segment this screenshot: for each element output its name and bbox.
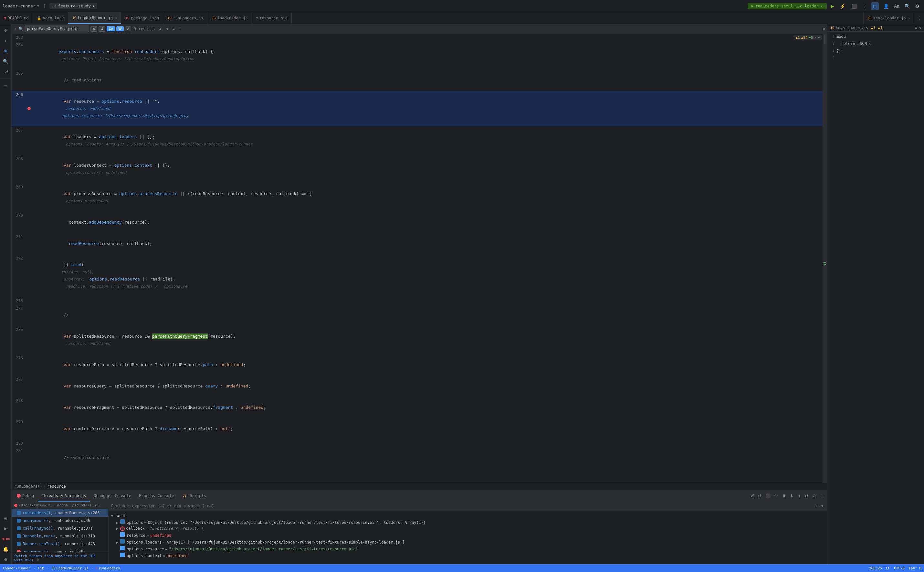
editor-scrollbar[interactable] [823, 34, 827, 483]
debug-tabs-bar: Debug Threads & Variables Debugger Conso… [12, 490, 827, 502]
more-run-options[interactable]: ⋮ [861, 2, 869, 10]
eval-add-button[interactable]: + [814, 503, 819, 509]
search-regex-button[interactable]: .* [125, 26, 131, 31]
mini-editor-caret-down[interactable]: ∨ [919, 25, 921, 30]
tab-loadloader[interactable]: JS loadLoader.js [207, 12, 252, 24]
settings-button[interactable]: ⚙ [913, 2, 921, 10]
eval-more-button[interactable]: ▾ [820, 503, 825, 509]
search-close-button[interactable]: ✕ [823, 26, 825, 31]
sidebar-icon-notification[interactable]: 🔔 [1, 544, 11, 554]
frame-item-2[interactable]: callFnAsync(), runnable.js:371 [12, 524, 108, 532]
debug-step-over-btn[interactable]: ↷ [773, 493, 780, 499]
tab-readme[interactable]: M README.md [0, 12, 33, 24]
frame-icon-3 [17, 534, 21, 538]
sidebar-icon-search[interactable]: 🔍 [1, 56, 11, 66]
filter-icon[interactable]: ⊻ [94, 503, 96, 507]
search-case-button[interactable]: Cc [107, 26, 115, 31]
code-line-270: 270 context.addDependency(resource); [12, 212, 827, 233]
code-line-271: 271 readResource(resource, callback); [12, 233, 827, 254]
mini-editor: JS keys-loader.js ▲1 ▲1 ∧ ∨ 1 modu 2 ret… [827, 24, 924, 564]
debug-content: /Users/fujunkui...mocha (pid 6937) ⊻ ▾ r… [12, 502, 827, 564]
debug-tab-threads[interactable]: Threads & Variables [38, 490, 90, 502]
debug-pause-btn[interactable]: ⏸ [780, 493, 788, 499]
search-word-button[interactable]: W [116, 26, 123, 31]
sidebar-icon-terminal[interactable]: npm [1, 534, 11, 544]
tab-resource[interactable]: ≡ resource.bin [252, 12, 292, 24]
tab-loaderrunner-close[interactable]: ✕ [115, 16, 117, 20]
tab-yarn[interactable]: 🔒 yarn.lock [33, 12, 68, 24]
frame-item-4[interactable]: Runner.runTest(), runner.js:443 [12, 540, 108, 548]
sidebar-icon-settings2[interactable]: ⚙ [1, 555, 11, 564]
sidebar-icon-more[interactable]: ⋯ [1, 81, 11, 90]
var-icon-options-resource [120, 546, 125, 550]
tab-keysloader[interactable]: JS keys-loader.js ✕ [863, 12, 914, 24]
var-icon-callback: ! [120, 527, 125, 531]
debug-icon [17, 494, 21, 498]
sidebar-icon-cursor[interactable]: ✛ [1, 25, 11, 35]
sidebar-icon-debug-console[interactable]: ◉ [1, 513, 11, 523]
run-config-selector[interactable]: ▶ runLoaders.shoul...c loader ▾ [748, 3, 827, 9]
debug-tab-debug[interactable]: Debug [13, 490, 38, 502]
frame-item-0[interactable]: runLoaders(), LoaderRunner.js:266 [12, 509, 108, 517]
sidebar-icon-structure[interactable]: ⊞ [1, 46, 11, 56]
loaderrunner-icon: JS [72, 16, 76, 20]
debug-settings-btn[interactable]: ⚙ [811, 493, 818, 499]
eval-input[interactable] [111, 504, 812, 508]
search-input[interactable] [25, 25, 89, 32]
coverage-button[interactable]: ⚡ [838, 2, 848, 10]
warning-badge: ▲1 ▲54 ▼5 ∧ ∨ [794, 35, 822, 40]
sidebar: ✛ › ⊞ 🔍 ⎇ ⋯ ◉ ▶ npm 🔔 ⚙ [0, 24, 12, 564]
frame-item-1[interactable]: anonymous(), runLoaders.js:46 [12, 517, 108, 524]
debug-panel: Debug Threads & Variables Debugger Conso… [12, 490, 827, 564]
sidebar-icon-chevron[interactable]: › [1, 36, 11, 45]
runloaders-icon: JS [167, 16, 171, 20]
project-name[interactable]: loader-runner ▾ [3, 3, 39, 8]
debug-stop-btn[interactable]: ⬛ [764, 493, 772, 499]
tabs-more-button[interactable]: ⋮ [914, 16, 924, 21]
var-options-expand[interactable]: ▶ [116, 521, 118, 524]
debug-resume2-btn[interactable]: ↺ [756, 493, 763, 499]
sidebar-icon-run[interactable]: ▶ [1, 524, 11, 533]
debug-button[interactable]: ⬛ [849, 2, 859, 10]
translate-button[interactable]: Aa [892, 2, 901, 10]
var-options: ▶ options = Object {resource: "/Users/fu… [111, 519, 825, 525]
account-button[interactable]: 👤 [881, 2, 891, 10]
global-search-button[interactable]: 🔍 [903, 2, 912, 10]
tab-package[interactable]: JS package.json [121, 12, 163, 24]
run-button[interactable]: ▶ [829, 2, 836, 10]
code-line-276: 276 var resourcePath = splittedResource … [12, 354, 827, 376]
var-callback-expand[interactable]: ▶ [116, 527, 118, 530]
debug-step-out-btn[interactable]: ⬆ [796, 493, 803, 499]
search-history-button[interactable]: ↺ [99, 26, 105, 32]
debug-reset-btn[interactable]: ↺ [803, 493, 810, 499]
branch-selector[interactable]: ⎇ feature-study ▾ [50, 3, 97, 9]
search-clear-button[interactable]: ✕ [90, 26, 97, 32]
tab-loaderrunner[interactable]: JS LoaderRunner.js ✕ [68, 12, 121, 24]
frame-item-5[interactable]: anonymous(), runner.js:549 [12, 548, 108, 552]
var-resource: resource = undefined [111, 532, 825, 538]
search-settings-button[interactable]: ⋮ [177, 26, 183, 32]
sidebar-icon-git[interactable]: ⎇ [1, 67, 11, 76]
debug-tab-process-console[interactable]: Process Console [135, 490, 178, 502]
search-filter-button[interactable]: ≡ [172, 26, 176, 32]
search-prev-button[interactable]: ▲ [157, 26, 163, 32]
code-view[interactable]: ▲1 ▲54 ▼5 ∧ ∨ 263 264 exports.runLoaders… [12, 34, 827, 483]
debug-more-btn[interactable]: ⋮ [818, 493, 826, 499]
layout-button[interactable]: ◻ [871, 2, 879, 10]
mini-editor-caret-up[interactable]: ∧ [915, 25, 917, 30]
var-icon-resource [120, 532, 125, 537]
local-section-header[interactable]: ▼ Local [111, 513, 825, 519]
frame-filter-dropdown[interactable]: ▾ [98, 503, 100, 507]
tab-keysloader-close[interactable]: ✕ [908, 17, 910, 20]
debug-step-into-btn[interactable]: ⬇ [788, 493, 795, 499]
debug-tab-debugger-console[interactable]: Debugger Console [90, 490, 135, 502]
frame-item-3[interactable]: Runnable.run(), runnable.js:318 [12, 532, 108, 540]
search-collapse[interactable]: › [14, 26, 17, 32]
tab-runloaders[interactable]: JS runLoaders.js [163, 12, 207, 24]
breakpoint-266[interactable] [28, 107, 31, 110]
var-options-loaders-expand[interactable]: ▶ [116, 541, 118, 544]
switch-frames-close[interactable]: ✕ [37, 558, 39, 562]
debug-tab-scripts[interactable]: JS Scripts [178, 490, 210, 502]
debug-resume-btn[interactable]: ↺ [749, 493, 756, 499]
search-next-button[interactable]: ▼ [165, 26, 170, 32]
